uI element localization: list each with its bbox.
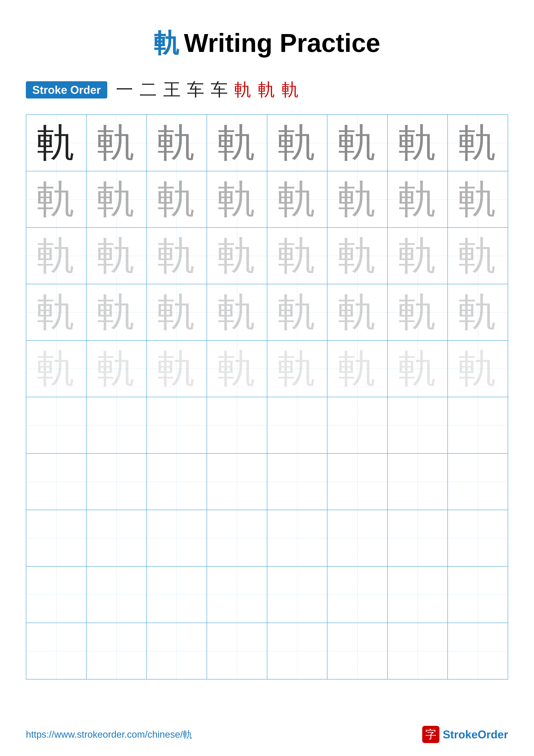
cell-7-7[interactable] bbox=[388, 454, 448, 510]
practice-char: 軌 bbox=[398, 180, 437, 219]
cell-7-2[interactable] bbox=[87, 454, 147, 510]
cell-1-2[interactable]: 軌 bbox=[87, 115, 147, 171]
cell-10-4[interactable] bbox=[207, 623, 267, 679]
cell-2-3[interactable]: 軌 bbox=[147, 171, 207, 228]
cell-4-6[interactable]: 軌 bbox=[327, 284, 388, 340]
cell-9-4[interactable] bbox=[207, 567, 267, 623]
cell-4-1[interactable]: 軌 bbox=[26, 284, 87, 340]
cell-9-5[interactable] bbox=[267, 567, 328, 623]
cell-6-8[interactable] bbox=[448, 397, 508, 453]
cell-2-5[interactable]: 軌 bbox=[267, 171, 328, 228]
cell-6-6[interactable] bbox=[327, 397, 388, 453]
cell-3-7[interactable]: 軌 bbox=[388, 228, 448, 284]
cell-7-1[interactable] bbox=[26, 454, 87, 510]
cell-8-6[interactable] bbox=[327, 510, 388, 566]
cell-7-3[interactable] bbox=[147, 454, 207, 510]
grid-row-4: 軌 軌 軌 軌 軌 軌 軌 軌 bbox=[26, 284, 508, 341]
cell-6-7[interactable] bbox=[388, 397, 448, 453]
cell-6-1[interactable] bbox=[26, 397, 87, 453]
cell-5-1[interactable]: 軌 bbox=[26, 341, 87, 397]
cell-8-2[interactable] bbox=[87, 510, 147, 566]
cell-9-3[interactable] bbox=[147, 567, 207, 623]
cell-8-1[interactable] bbox=[26, 510, 87, 566]
cell-4-8[interactable]: 軌 bbox=[448, 284, 508, 340]
cell-10-5[interactable] bbox=[267, 623, 328, 679]
cell-1-4[interactable]: 軌 bbox=[207, 115, 267, 171]
cell-3-1[interactable]: 軌 bbox=[26, 228, 87, 284]
cell-8-4[interactable] bbox=[207, 510, 267, 566]
cell-9-7[interactable] bbox=[388, 567, 448, 623]
cell-7-5[interactable] bbox=[267, 454, 328, 510]
cell-6-3[interactable] bbox=[147, 397, 207, 453]
cell-2-2[interactable]: 軌 bbox=[87, 171, 147, 228]
practice-char: 軌 bbox=[37, 236, 76, 275]
grid-row-7 bbox=[26, 454, 508, 510]
cell-2-6[interactable]: 軌 bbox=[327, 171, 388, 228]
practice-char: 軌 bbox=[398, 123, 437, 162]
cell-8-3[interactable] bbox=[147, 510, 207, 566]
practice-char: 軌 bbox=[217, 349, 256, 388]
practice-char: 軌 bbox=[398, 236, 437, 275]
cell-5-2[interactable]: 軌 bbox=[87, 341, 147, 397]
cell-1-8[interactable]: 軌 bbox=[448, 115, 508, 171]
cell-10-7[interactable] bbox=[388, 623, 448, 679]
cell-2-7[interactable]: 軌 bbox=[388, 171, 448, 228]
cell-5-4[interactable]: 軌 bbox=[207, 341, 267, 397]
cell-1-7[interactable]: 軌 bbox=[388, 115, 448, 171]
cell-9-1[interactable] bbox=[26, 567, 87, 623]
cell-3-2[interactable]: 軌 bbox=[87, 228, 147, 284]
cell-2-4[interactable]: 軌 bbox=[207, 171, 267, 228]
practice-char: 軌 bbox=[458, 349, 497, 388]
grid-row-2: 軌 軌 軌 軌 軌 軌 軌 軌 bbox=[26, 171, 508, 228]
cell-6-5[interactable] bbox=[267, 397, 328, 453]
cell-1-5[interactable]: 軌 bbox=[267, 115, 328, 171]
cell-4-3[interactable]: 軌 bbox=[147, 284, 207, 340]
cell-2-1[interactable]: 軌 bbox=[26, 171, 87, 228]
cell-5-3[interactable]: 軌 bbox=[147, 341, 207, 397]
cell-4-4[interactable]: 軌 bbox=[207, 284, 267, 340]
cell-10-6[interactable] bbox=[327, 623, 388, 679]
cell-4-5[interactable]: 軌 bbox=[267, 284, 328, 340]
cell-7-4[interactable] bbox=[207, 454, 267, 510]
cell-5-5[interactable]: 軌 bbox=[267, 341, 328, 397]
cell-6-2[interactable] bbox=[87, 397, 147, 453]
cell-7-6[interactable] bbox=[327, 454, 388, 510]
cell-8-5[interactable] bbox=[267, 510, 328, 566]
cell-1-1[interactable]: 軌 bbox=[26, 115, 87, 171]
practice-char: 軌 bbox=[338, 236, 377, 275]
stroke-3: 王 bbox=[163, 78, 181, 101]
practice-char: 軌 bbox=[278, 123, 317, 162]
cell-6-4[interactable] bbox=[207, 397, 267, 453]
footer-url[interactable]: https://www.strokeorder.com/chinese/軌 bbox=[26, 728, 192, 741]
cell-1-6[interactable]: 軌 bbox=[327, 115, 388, 171]
cell-5-8[interactable]: 軌 bbox=[448, 341, 508, 397]
cell-3-3[interactable]: 軌 bbox=[147, 228, 207, 284]
grid-row-8 bbox=[26, 510, 508, 567]
cell-9-6[interactable] bbox=[327, 567, 388, 623]
cell-9-2[interactable] bbox=[87, 567, 147, 623]
cell-3-5[interactable]: 軌 bbox=[267, 228, 328, 284]
cell-8-7[interactable] bbox=[388, 510, 448, 566]
page-title: 軌Writing Practice bbox=[154, 28, 380, 57]
practice-char: 軌 bbox=[97, 236, 136, 275]
cell-10-1[interactable] bbox=[26, 623, 87, 679]
cell-10-8[interactable] bbox=[448, 623, 508, 679]
cell-3-8[interactable]: 軌 bbox=[448, 228, 508, 284]
practice-char: 軌 bbox=[278, 293, 317, 332]
cell-4-7[interactable]: 軌 bbox=[388, 284, 448, 340]
cell-1-3[interactable]: 軌 bbox=[147, 115, 207, 171]
cell-5-7[interactable]: 軌 bbox=[388, 341, 448, 397]
cell-3-4[interactable]: 軌 bbox=[207, 228, 267, 284]
cell-7-8[interactable] bbox=[448, 454, 508, 510]
cell-8-8[interactable] bbox=[448, 510, 508, 566]
page: 軌Writing Practice Stroke Order 一 二 王 车 车… bbox=[0, 0, 534, 756]
cell-3-6[interactable]: 軌 bbox=[327, 228, 388, 284]
title-area: 軌Writing Practice bbox=[26, 26, 508, 61]
cell-5-6[interactable]: 軌 bbox=[327, 341, 388, 397]
cell-4-2[interactable]: 軌 bbox=[87, 284, 147, 340]
stroke-1: 一 bbox=[116, 78, 133, 101]
cell-2-8[interactable]: 軌 bbox=[448, 171, 508, 228]
cell-10-3[interactable] bbox=[147, 623, 207, 679]
cell-9-8[interactable] bbox=[448, 567, 508, 623]
cell-10-2[interactable] bbox=[87, 623, 147, 679]
